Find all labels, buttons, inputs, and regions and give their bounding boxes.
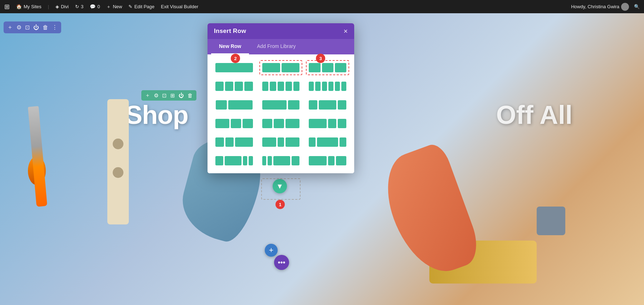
layout-4col-equal[interactable] — [213, 79, 256, 94]
layout-row6a[interactable] — [213, 153, 256, 168]
hero-text-right: Off All — [496, 100, 572, 130]
updates-icon: ↻ — [75, 4, 79, 9]
row-add-icon[interactable]: ＋ — [145, 92, 150, 99]
layout-2-3-1-3[interactable] — [259, 97, 303, 112]
layout-grid — [213, 60, 349, 168]
badge-1: 1 — [275, 200, 285, 209]
layout-row6c[interactable] — [306, 153, 349, 168]
tool-cube — [537, 207, 565, 235]
modal-tabs: New Row Add From Library — [208, 39, 354, 54]
layout-5col-equal[interactable] — [259, 79, 303, 94]
row-duplicate-icon[interactable]: ⊡ — [162, 92, 167, 99]
home-icon: 🏠 — [16, 4, 22, 9]
modal-header: Insert Row × — [208, 23, 354, 39]
badge-2: 2 — [231, 54, 240, 63]
section-add-icon[interactable]: ＋ — [7, 24, 13, 31]
layout-3col-equal[interactable] — [306, 60, 349, 75]
admin-bar: ⊞ 🏠 My Sites | ◈ Divi ↻ 3 💬 0 ＋ New ✎ Ed… — [0, 0, 644, 13]
layout-6col-equal[interactable] — [306, 79, 349, 94]
row-columns-icon[interactable]: ⊞ — [170, 92, 175, 99]
layout-1-3-2-3[interactable] — [213, 97, 256, 112]
row-toolbar: ＋ ⚙ ⊡ ⊞ ⏻ 🗑 — [141, 90, 196, 101]
comments-icon: 💬 — [90, 4, 96, 9]
layout-row6b[interactable] — [259, 153, 303, 168]
layout-1-4-1-2-1-4[interactable] — [306, 97, 349, 112]
more-options-button[interactable]: ••• — [274, 255, 289, 270]
drop-insert-arrow[interactable]: ▼ — [273, 179, 287, 193]
comments-menu[interactable]: 💬 0 — [90, 4, 100, 9]
layout-row4c[interactable] — [306, 116, 349, 131]
tab-new-row[interactable]: New Row — [211, 39, 249, 54]
section-delete-icon[interactable]: 🗑 — [43, 24, 48, 31]
new-menu[interactable]: ＋ New — [106, 4, 122, 10]
wp-logo[interactable]: ⊞ — [4, 3, 10, 11]
modal-close-button[interactable]: × — [343, 28, 348, 35]
tool-screwdriver — [28, 106, 47, 207]
tool-orange-curve — [374, 141, 484, 283]
pencil-icon: ✎ — [128, 4, 132, 9]
section-toolbar: ＋ ⚙ ⊡ ⏻ 🗑 ⋮ — [4, 21, 61, 33]
modal-body — [208, 54, 354, 173]
modal-title: Insert Row — [214, 28, 246, 35]
layout-2col-equal[interactable] — [259, 60, 303, 75]
row-disable-icon[interactable]: ⏻ — [179, 92, 184, 98]
layout-row5c[interactable] — [306, 135, 349, 150]
layout-row5b[interactable] — [259, 135, 303, 150]
section-disable-icon[interactable]: ⏻ — [33, 24, 39, 31]
user-avatar — [621, 3, 629, 11]
tool-holder-hole1 — [113, 139, 123, 149]
badge-3: 3 — [316, 54, 325, 63]
layout-row4a[interactable] — [213, 116, 256, 131]
section-duplicate-icon[interactable]: ⊡ — [25, 24, 30, 31]
edit-page-link[interactable]: ✎ Edit Page — [128, 4, 154, 9]
tool-holder-hole2 — [113, 167, 123, 178]
layout-row5a[interactable] — [213, 135, 256, 150]
hero-text-left: Shop — [125, 100, 188, 130]
add-row-button[interactable]: + — [265, 244, 278, 257]
my-sites-menu[interactable]: 🏠 My Sites — [16, 4, 42, 9]
divi-icon: ◈ — [55, 4, 59, 9]
layout-row4b[interactable] — [259, 116, 303, 131]
exit-visual-builder-link[interactable]: Exit Visual Builder — [161, 4, 199, 9]
divi-menu[interactable]: ◈ Divi — [55, 4, 69, 9]
howdy-user[interactable]: Howdy, Christina Gwira — [571, 3, 629, 11]
tool-holder — [107, 99, 129, 224]
insert-row-modal: Insert Row × New Row Add From Library — [208, 23, 354, 173]
search-icon[interactable]: 🔍 — [634, 4, 640, 9]
section-settings-icon[interactable]: ⚙ — [16, 24, 21, 31]
updates-menu[interactable]: ↻ 3 — [75, 4, 83, 9]
row-delete-icon[interactable]: 🗑 — [187, 92, 193, 98]
plus-icon: ＋ — [106, 4, 111, 10]
row-settings-icon[interactable]: ⚙ — [154, 92, 158, 99]
section-more-icon[interactable]: ⋮ — [52, 24, 58, 31]
admin-bar-right: Howdy, Christina Gwira 🔍 — [571, 3, 640, 11]
tab-add-from-library[interactable]: Add From Library — [249, 39, 303, 54]
